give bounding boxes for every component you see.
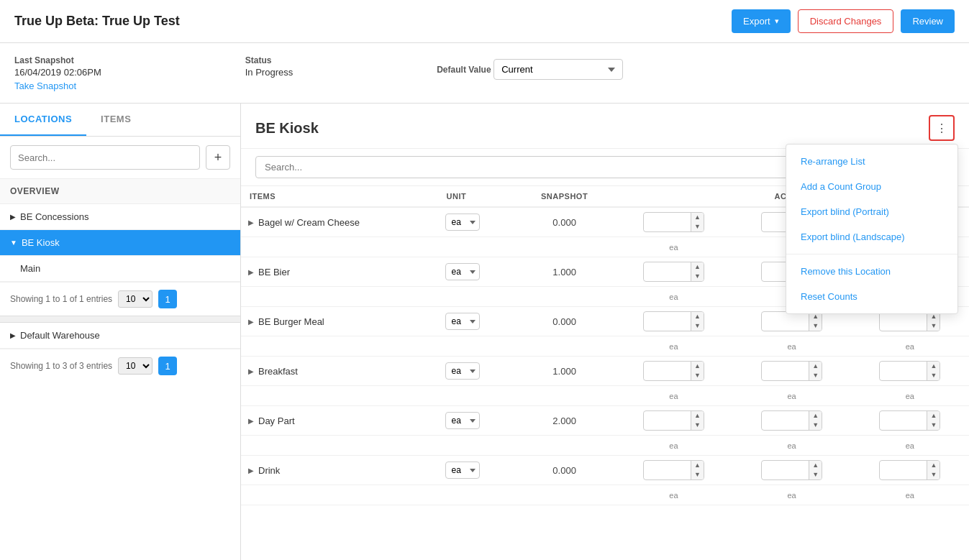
- unit-select[interactable]: ea: [445, 462, 480, 479]
- count-input[interactable]: [880, 313, 927, 329]
- sidebar-search-input[interactable]: [10, 145, 200, 170]
- count-down-button[interactable]: ▼: [809, 321, 822, 331]
- dropdown-item-rearrange[interactable]: Re-arrange List: [786, 149, 957, 174]
- page-button-2[interactable]: 1: [158, 357, 177, 375]
- count-down-button[interactable]: ▼: [691, 272, 704, 281]
- export-button[interactable]: Export: [732, 9, 791, 33]
- tab-items[interactable]: ITEMS: [86, 104, 145, 136]
- count-input[interactable]: [880, 363, 927, 379]
- count-down-button[interactable]: ▼: [691, 321, 704, 331]
- table-row: ▶ Day Part ea 2.000 ▲ ▼: [241, 406, 969, 436]
- count-up-button[interactable]: ▲: [809, 411, 822, 421]
- actual-cell-1[interactable]: ▲ ▼: [614, 456, 732, 485]
- count-down-button[interactable]: ▼: [691, 421, 704, 430]
- count-input[interactable]: [644, 413, 691, 428]
- review-button[interactable]: Review: [901, 9, 955, 33]
- actual-cell-1[interactable]: ▲ ▼: [614, 406, 732, 436]
- count-up-button[interactable]: ▲: [809, 362, 822, 371]
- count-down-button[interactable]: ▼: [927, 470, 940, 479]
- unit-select[interactable]: ea: [445, 412, 480, 429]
- actual-cell-3[interactable]: ▲ ▼: [851, 456, 969, 485]
- status-value: In Progress: [245, 67, 293, 78]
- unit-select[interactable]: ea: [445, 313, 480, 330]
- count-up-button[interactable]: ▲: [691, 262, 704, 272]
- actual-cell-1[interactable]: ▲ ▼: [614, 257, 732, 287]
- actual-cell-1[interactable]: ▲ ▼: [614, 207, 732, 237]
- actual-cell-3[interactable]: ▲ ▼: [851, 357, 969, 386]
- count-down-button[interactable]: ▼: [691, 470, 704, 479]
- count-down-button[interactable]: ▼: [809, 371, 822, 380]
- tab-locations[interactable]: LOCATIONS: [0, 104, 86, 136]
- unit-cell[interactable]: ea: [438, 207, 514, 237]
- page-size-select-1[interactable]: 10 25 50: [118, 290, 153, 308]
- sidebar-item-main[interactable]: Main: [0, 256, 240, 282]
- count-up-button[interactable]: ▲: [691, 461, 704, 470]
- count-input[interactable]: [762, 363, 809, 379]
- pagination-row-2: Showing 1 to 3 of 3 entries 10 25 50 1: [0, 349, 240, 382]
- count-input[interactable]: [880, 462, 927, 478]
- count-input[interactable]: [644, 363, 691, 379]
- unit-label: ea: [906, 392, 914, 400]
- count-input[interactable]: [762, 313, 809, 329]
- count-up-button[interactable]: ▲: [927, 461, 940, 470]
- count-down-button[interactable]: ▼: [809, 470, 822, 479]
- take-snapshot-link[interactable]: Take Snapshot: [14, 81, 101, 91]
- dropdown-item-export-portrait[interactable]: Export blind (Portrait): [786, 199, 957, 224]
- actual-cell-2[interactable]: ▲ ▼: [733, 406, 851, 436]
- unit-select[interactable]: ea: [445, 214, 480, 231]
- count-up-button[interactable]: ▲: [927, 411, 940, 421]
- count-down-button[interactable]: ▼: [927, 371, 940, 380]
- sidebar-item-label: Main: [20, 263, 40, 274]
- unit-cell[interactable]: ea: [438, 406, 514, 436]
- unit-cell[interactable]: ea: [438, 307, 514, 336]
- dropdown-item-add-count-group[interactable]: Add a Count Group: [786, 174, 957, 199]
- count-input[interactable]: [762, 413, 809, 428]
- count-input[interactable]: [644, 462, 691, 478]
- actual-cell-3[interactable]: ▲ ▼: [851, 406, 969, 436]
- unit-cell[interactable]: ea: [438, 257, 514, 287]
- page-size-select-2[interactable]: 10 25 50: [118, 357, 153, 375]
- item-name: Drink: [258, 465, 280, 476]
- dropdown-item-export-landscape[interactable]: Export blind (Landscape): [786, 224, 957, 249]
- default-value-select[interactable]: Current: [493, 59, 623, 80]
- actual-cell-1[interactable]: ▲ ▼: [614, 357, 732, 386]
- sidebar-item-be-kiosk[interactable]: ▼ BE Kiosk: [0, 230, 240, 256]
- count-input[interactable]: [644, 214, 691, 230]
- count-up-button[interactable]: ▲: [809, 461, 822, 470]
- count-down-button[interactable]: ▼: [691, 371, 704, 380]
- count-up-button[interactable]: ▲: [691, 312, 704, 321]
- table-row-unit-labels: ea ea ea: [241, 485, 969, 505]
- item-name: Breakfast: [258, 366, 298, 377]
- sidebar-item-be-concessions[interactable]: ▶ BE Concessions: [0, 204, 240, 230]
- sidebar-item-default-warehouse[interactable]: ▶ Default Warehouse: [0, 323, 240, 349]
- actual-cell-2[interactable]: ▲ ▼: [733, 456, 851, 485]
- count-input[interactable]: [644, 264, 691, 280]
- page-button-1[interactable]: 1: [158, 290, 177, 308]
- count-up-button[interactable]: ▲: [691, 213, 704, 222]
- kebab-menu-button[interactable]: ⋮: [929, 115, 955, 141]
- unit-cell[interactable]: ea: [438, 456, 514, 485]
- unit-select[interactable]: ea: [445, 362, 480, 380]
- count-down-button[interactable]: ▼: [927, 421, 940, 430]
- count-input[interactable]: [880, 413, 927, 428]
- dropdown-item-reset-counts[interactable]: Reset Counts: [786, 284, 957, 309]
- count-up-button[interactable]: ▲: [691, 411, 704, 421]
- count-spinner: ▲ ▼: [809, 362, 822, 380]
- count-down-button[interactable]: ▼: [809, 421, 822, 430]
- count-up-button[interactable]: ▲: [691, 362, 704, 371]
- discard-changes-button[interactable]: Discard Changes: [798, 9, 894, 33]
- actual-cell-1[interactable]: ▲ ▼: [614, 307, 732, 336]
- unit-label: ea: [669, 293, 678, 301]
- count-up-button[interactable]: ▲: [927, 362, 940, 371]
- count-down-button[interactable]: ▼: [691, 222, 704, 231]
- count-input[interactable]: [644, 313, 691, 329]
- default-value-section: Default Value Current: [437, 55, 623, 80]
- count-down-button[interactable]: ▼: [927, 321, 940, 331]
- unit-cell[interactable]: ea: [438, 357, 514, 386]
- add-button[interactable]: +: [206, 145, 230, 170]
- unit-select[interactable]: ea: [445, 263, 480, 280]
- count-input[interactable]: [762, 462, 809, 478]
- pagination-row-1: Showing 1 to 1 of 1 entries 10 25 50 1: [0, 282, 240, 316]
- dropdown-item-remove-location[interactable]: Remove this Location: [786, 259, 957, 284]
- actual-cell-2[interactable]: ▲ ▼: [733, 357, 851, 386]
